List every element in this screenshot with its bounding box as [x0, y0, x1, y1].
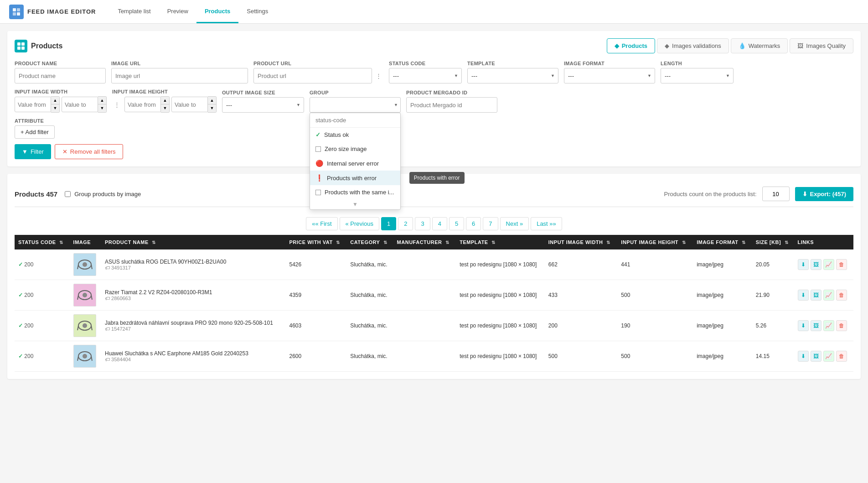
links-cell: ⬇ 🖼 📈 🗑 [798, 320, 850, 331]
chart-link-btn[interactable]: 📈 [823, 259, 834, 270]
delete-link-btn[interactable]: 🗑 [836, 290, 847, 301]
col-input-height[interactable]: INPUT IMAGE HEIGHT ⇅ [617, 235, 693, 249]
mergado-id-input[interactable] [406, 97, 497, 113]
chart-link-btn[interactable]: 📈 [823, 351, 834, 362]
col-image[interactable]: IMAGE [70, 235, 101, 249]
group-products-error[interactable]: ❗ Products with error Products with erro… [310, 171, 400, 185]
page-7-btn[interactable]: 7 [483, 217, 498, 230]
input-width-from-down[interactable]: ▼ [51, 104, 59, 112]
input-height-from-down[interactable]: ▼ [161, 104, 169, 112]
template-select[interactable]: --- [467, 68, 558, 83]
input-height-from-input[interactable] [124, 97, 161, 112]
tab-images-validations[interactable]: ◆ Images validations [657, 38, 729, 53]
tab-products[interactable]: ◆ Products [607, 38, 655, 53]
col-template[interactable]: TEMPLATE ⇅ [456, 235, 545, 249]
product-thumbnail [73, 253, 96, 276]
status-code-select[interactable]: --- 200 404 500 [389, 68, 462, 83]
page-3-btn[interactable]: 3 [415, 217, 430, 230]
group-by-image-checkbox[interactable] [65, 191, 71, 197]
last-page-btn[interactable]: Last »» [531, 217, 562, 230]
page-5-btn[interactable]: 5 [449, 217, 464, 230]
export-button[interactable]: ⬇ Export: (457) [795, 187, 853, 201]
input-width-to-up[interactable]: ▲ [98, 97, 106, 104]
group-input[interactable] [310, 97, 401, 113]
col-product-name[interactable]: PRODUCT NAME ⇅ [101, 235, 286, 249]
tab-products-label: Products [622, 42, 647, 49]
nav-settings[interactable]: Settings [238, 0, 276, 23]
col-input-width[interactable]: INPUT IMAGE WIDTH ⇅ [545, 235, 618, 249]
col-category[interactable]: CATEGORY ⇅ [346, 235, 393, 249]
prev-page-btn[interactable]: « Previous [340, 217, 379, 230]
delete-link-btn[interactable]: 🗑 [836, 351, 847, 362]
export-link-btn[interactable]: ⬇ [798, 320, 809, 331]
group-by-image-check[interactable]: Group products by image [65, 191, 141, 197]
table-body: ✓ 200 ASUS sluchátka ROG DELTA 90YH00Z1-… [15, 249, 853, 372]
image-link-btn[interactable]: 🖼 [811, 320, 822, 331]
input-height-to-up[interactable]: ▲ [208, 97, 216, 104]
input-height-to-spinner: ▲ ▼ [171, 96, 217, 113]
output-size-select[interactable]: --- [222, 97, 304, 113]
page-6-btn[interactable]: 6 [466, 217, 481, 230]
input-width-from-up[interactable]: ▲ [51, 97, 59, 104]
product-url-more-icon[interactable]: ⋮ [374, 72, 383, 80]
group-status-ok[interactable]: ✓ Status ok [310, 128, 400, 142]
image-url-input[interactable] [111, 68, 248, 83]
group-products-same-label: Products with the same i... [325, 189, 394, 196]
col-manufacturer[interactable]: MANUFACTURER ⇅ [393, 235, 456, 249]
nav-template-list[interactable]: Template list [109, 0, 159, 23]
image-link-btn[interactable]: 🖼 [811, 259, 822, 270]
image-link-btn[interactable]: 🖼 [811, 290, 822, 301]
tab-watermarks[interactable]: 💧 Watermarks [731, 38, 788, 53]
group-products-same[interactable]: Products with the same i... [310, 185, 400, 199]
sort-format-icon: ⇅ [742, 240, 746, 245]
remove-all-button[interactable]: ✕ Remove all filters [55, 144, 124, 159]
col-image-format[interactable]: IMAGE FORMAT ⇅ [693, 235, 752, 249]
group-internal-error[interactable]: 🔴 Internal server error [310, 156, 400, 171]
image-link-btn[interactable]: 🖼 [811, 351, 822, 362]
product-name-input[interactable] [15, 68, 106, 83]
tab-images-quality[interactable]: 🖼 Images Quality [790, 38, 853, 53]
length-select[interactable]: --- [661, 68, 734, 83]
input-width-from-input[interactable] [15, 97, 51, 112]
input-height-to-input[interactable] [171, 97, 208, 112]
input-height-from-up[interactable]: ▲ [161, 97, 169, 104]
nav-products[interactable]: Products [196, 0, 238, 23]
filter-output-size-label: Output image size [222, 90, 304, 95]
add-filter-button[interactable]: + Add filter [15, 125, 55, 139]
cell-template: test po redesignu [1080 × 1080] [456, 249, 545, 280]
page-4-btn[interactable]: 4 [432, 217, 447, 230]
product-name-text: ASUS sluchátka ROG DELTA 90YH00Z1-B2UA00 [105, 259, 282, 265]
input-height-more-icon[interactable]: ⋮ [112, 100, 122, 109]
chart-link-btn[interactable]: 📈 [823, 320, 834, 331]
col-price-vat[interactable]: PRICE WITH VAT ⇅ [286, 235, 347, 249]
cell-template: test po redesignu [1080 × 1080] [456, 311, 545, 341]
first-page-btn[interactable]: «« First [306, 217, 337, 230]
input-width-to-input[interactable] [62, 97, 98, 112]
delete-link-btn[interactable]: 🗑 [836, 259, 847, 270]
filter-icon: ▼ [22, 148, 28, 155]
product-name-text: Jabra bezdrátová náhlavní souprava PRO 9… [105, 320, 282, 326]
chart-link-btn[interactable]: 📈 [823, 290, 834, 301]
input-height-to-down[interactable]: ▼ [208, 104, 216, 112]
next-page-btn[interactable]: Next » [500, 217, 529, 230]
group-all-products[interactable]: status-code [310, 113, 400, 128]
col-size-kb[interactable]: SIZE [KB] ⇅ [752, 235, 794, 249]
export-link-btn[interactable]: ⬇ [798, 290, 809, 301]
filter-button[interactable]: ▼ Filter [15, 144, 51, 159]
cell-status: ✓ 200 [15, 280, 70, 311]
col-status-code[interactable]: STATUS CODE ⇅ [15, 235, 70, 249]
product-url-input[interactable] [253, 68, 372, 83]
input-width-to-down[interactable]: ▼ [98, 104, 106, 112]
panel-title-text: Products [31, 42, 62, 50]
image-format-select[interactable]: --- image/jpeg image/png [564, 68, 655, 83]
delete-link-btn[interactable]: 🗑 [836, 320, 847, 331]
page-1-btn[interactable]: 1 [381, 217, 396, 230]
page-2-btn[interactable]: 2 [398, 217, 413, 230]
group-zero-size[interactable]: Zero size image [310, 142, 400, 156]
cell-price: 4603 [286, 311, 347, 341]
nav-preview[interactable]: Preview [159, 0, 196, 23]
count-input[interactable] [762, 187, 790, 201]
export-link-btn[interactable]: ⬇ [798, 351, 809, 362]
cell-product-name: Razer Tiamat 2.2 V2 RZ04-02080100-R3M1 🏷… [101, 280, 286, 311]
export-link-btn[interactable]: ⬇ [798, 259, 809, 270]
